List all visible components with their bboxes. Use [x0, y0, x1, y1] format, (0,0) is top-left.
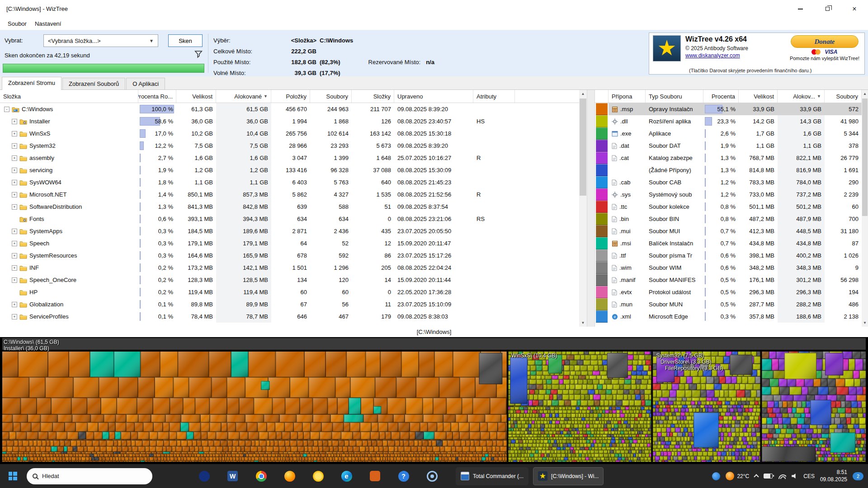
column-header-procenta-ro[interactable]: Procenta Ro...: [138, 90, 176, 103]
tray-overflow-icon[interactable]: [754, 474, 759, 479]
column-header-typ-souboru[interactable]: Typ Souboru: [646, 90, 703, 103]
teams-icon[interactable]: [198, 470, 210, 482]
ext-row-msi[interactable]: .msiBalíček Instalačn0,7 %434,8 MB434,8 …: [595, 237, 862, 249]
settings-icon[interactable]: [426, 470, 438, 482]
column-header-p-pona[interactable]: Přípona: [609, 90, 646, 103]
taskbar-window-c-windows-wi[interactable]: [C:\Windows] - Wi...: [533, 467, 604, 485]
taskbar-window-total-commander[interactable]: Total Commander (...: [456, 467, 528, 485]
treemap[interactable]: C:\Windows\ (61,5 GB)Installer\ (36,0 GB…: [0, 337, 868, 464]
tree-scroll-thumb[interactable]: [580, 99, 586, 196]
tab-zobrazen-soubor[interactable]: Zobrazení Souborů: [62, 78, 125, 89]
ext-row-xml[interactable]: e.xmlMicrosoft Edge0,3 %357,8 MB188,6 MB…: [595, 310, 862, 323]
tree-row-speech[interactable]: +Speech0,3 %179,1 MB179,1 MB64521215.09.…: [0, 237, 579, 249]
search-input[interactable]: Hledat: [27, 468, 152, 484]
clock[interactable]: 8:51 09.08.2025: [820, 469, 847, 483]
scroll-down-icon[interactable]: ▼: [862, 319, 868, 327]
donate-button[interactable]: Donate: [791, 35, 859, 48]
tree-row-systemapps[interactable]: +SystemApps0,3 %184,5 MB189,6 MB2 8712 4…: [0, 225, 579, 237]
expand-icon[interactable]: +: [12, 180, 17, 185]
expand-icon[interactable]: +: [12, 314, 17, 319]
ext-row-cat[interactable]: .catKatalog zabezpe1,3 %768,7 MB822,1 MB…: [595, 152, 862, 164]
ext-row-ttf[interactable]: .ttfSoubor písma Tr0,6 %398,1 MB400,2 MB…: [595, 249, 862, 262]
expand-icon[interactable]: +: [12, 241, 17, 246]
help-icon[interactable]: ?: [397, 470, 410, 482]
ext-scrollbar[interactable]: ▲ ▼: [862, 90, 868, 327]
minimize-button[interactable]: [787, 0, 814, 18]
ext-scroll-thumb[interactable]: [862, 99, 868, 216]
column-header-soubory[interactable]: Soubory: [825, 90, 862, 103]
tree-row-softwaredistribution[interactable]: +SoftwareDistribution1,3 %841,3 MB842,8 …: [0, 201, 579, 213]
column-header-polo-ky[interactable]: Položky: [271, 90, 310, 103]
ext-row-cab[interactable]: .cabSoubor CAB1,2 %783,3 MB784,0 MB290: [595, 176, 862, 188]
expand-icon[interactable]: +: [12, 277, 17, 283]
expand-icon[interactable]: +: [12, 155, 17, 161]
tree-scroll-track[interactable]: [579, 98, 587, 319]
start-button[interactable]: [5, 468, 21, 484]
expand-icon[interactable]: +: [12, 119, 17, 124]
tree-row-serviceprofiles[interactable]: +ServiceProfiles0,1 %78,4 MB78,7 MB64646…: [0, 310, 579, 323]
scan-button[interactable]: Sken: [168, 34, 203, 47]
firefox-icon[interactable]: [283, 470, 296, 482]
scroll-up-icon[interactable]: ▲: [862, 90, 868, 98]
tree-row-microsoft-net[interactable]: +Microsoft.NET1,4 %850,1 MB857,3 MB5 862…: [0, 188, 579, 201]
column-header-soubory[interactable]: Soubory: [310, 90, 352, 103]
ext-row-evtx[interactable]: .evtxProtokol událost0,5 %296,3 MB296,3 …: [595, 286, 862, 298]
tree-row-speech-onecore[interactable]: +Speech_OneCore0,2 %128,3 MB128,5 MB1341…: [0, 274, 579, 286]
ext-row-dll[interactable]: .dllRozšíření aplika23,3 %14,2 GB14,3 GB…: [595, 115, 862, 127]
folder-select[interactable]: <Vybraná Složka...> ▼: [43, 34, 158, 47]
expand-icon[interactable]: +: [12, 143, 17, 149]
language-indicator[interactable]: CES: [803, 473, 815, 479]
tree-row-syswow64[interactable]: +SysWOW641,8 %1,1 GB1,1 GB6 4035 7636400…: [0, 176, 579, 188]
ext-row-none[interactable]: (Žádné Přípony)1,3 %814,8 MB816,9 MB1 69…: [595, 164, 862, 176]
tree-row-installer[interactable]: +Installer58,6 %36,0 GB36,0 GB1 9941 868…: [0, 115, 579, 127]
tab-o-aplikaci[interactable]: O Aplikaci: [126, 78, 165, 89]
volume-icon[interactable]: [792, 473, 798, 479]
filter-icon[interactable]: [194, 50, 203, 59]
ext-row-manif[interactable]: .manifSoubor MANIFES0,5 %176,1 MB301,2 M…: [595, 274, 862, 286]
tree-row-inf[interactable]: +INF0,2 %173,2 MB142,1 MB1 5011 29620508…: [0, 262, 579, 274]
tray-app-icon[interactable]: [712, 472, 720, 480]
column-header-alokovan[interactable]: Alokované▼: [216, 90, 271, 103]
weather-widget[interactable]: 22°C: [726, 472, 749, 480]
tab-zobrazen-stromu[interactable]: Zobrazení Stromu: [2, 77, 61, 90]
tree-row-systemresources[interactable]: +SystemResources0,3 %164,6 MB165,9 MB678…: [0, 249, 579, 262]
restore-button[interactable]: [814, 0, 841, 18]
chrome-icon[interactable]: [255, 470, 267, 482]
ext-scroll-track[interactable]: [862, 98, 868, 319]
column-header-velikost[interactable]: Velikost: [176, 90, 216, 103]
expand-icon[interactable]: +: [12, 253, 17, 258]
expand-icon[interactable]: +: [12, 229, 17, 234]
column-header-swatch[interactable]: [595, 90, 609, 103]
ext-row-mui[interactable]: .muiSoubor MUI0,7 %412,3 MB448,5 MB31 18…: [595, 225, 862, 237]
expand-icon[interactable]: +: [12, 192, 17, 197]
menu-nastaveni[interactable]: Nastavení: [31, 19, 66, 29]
ext-row-ttc[interactable]: .ttcSoubor kolekce0,8 %501,1 MB501,2 MB6…: [595, 201, 862, 213]
tree-row-winsxs[interactable]: +WinSxS17,0 %10,2 GB10,4 GB265 756102 61…: [0, 127, 579, 140]
panel-splitter[interactable]: [587, 90, 595, 327]
tree-row-assembly[interactable]: +assembly2,7 %1,6 GB1,6 GB3 0471 3991 64…: [0, 152, 579, 164]
column-header-velikost[interactable]: Velikost: [739, 90, 778, 103]
ext-row-exe[interactable]: .exeAplikace2,6 %1,7 GB1,6 GB5 344: [595, 127, 862, 140]
scroll-down-icon[interactable]: ▼: [579, 319, 587, 327]
paint-icon[interactable]: [312, 470, 324, 482]
collapse-icon[interactable]: -: [4, 107, 9, 112]
close-button[interactable]: ×: [841, 0, 868, 18]
column-header-atributy[interactable]: Atributy: [473, 90, 515, 103]
tree-row-hp[interactable]: HP0,2 %119,4 MB119,4 MB6060022.05.2020 1…: [0, 286, 579, 298]
tree-row-servicing[interactable]: +servicing1,9 %1,2 GB1,2 GB133 41696 328…: [0, 164, 579, 176]
column-header-slo-ky[interactable]: Složky: [352, 90, 394, 103]
tree-row-fonts[interactable]: Fonts0,6 %393,1 MB394,3 MB634634008.08.2…: [0, 213, 579, 225]
expand-icon[interactable]: +: [12, 131, 17, 136]
ext-row-wim[interactable]: .wimSoubor WIM0,6 %348,2 MB348,3 MB9: [595, 262, 862, 274]
tree-row-globalization[interactable]: +Globalization0,1 %89,8 MB89,9 MB6756112…: [0, 298, 579, 310]
ext-row-sys[interactable]: .sysSystémový soub1,2 %733,0 MB737,2 MB2…: [595, 188, 862, 201]
treemap-canvas[interactable]: [1, 337, 867, 463]
website-link[interactable]: www.diskanalyzer.com: [685, 52, 788, 59]
expand-icon[interactable]: +: [12, 204, 17, 210]
expand-icon[interactable]: +: [12, 168, 17, 173]
column-header-alokov[interactable]: Alokov...▼: [778, 90, 825, 103]
tree-row-system32[interactable]: +System3212,2 %7,5 GB7,5 GB28 96623 2935…: [0, 140, 579, 152]
ext-row-msp[interactable]: .mspOpravy Instalačn55,1 %33,9 GB33,9 GB…: [595, 103, 862, 115]
expand-icon[interactable]: +: [12, 302, 17, 307]
ext-row-mun[interactable]: .munSoubor MUN0,5 %287,7 MB288,2 MB486: [595, 298, 862, 310]
